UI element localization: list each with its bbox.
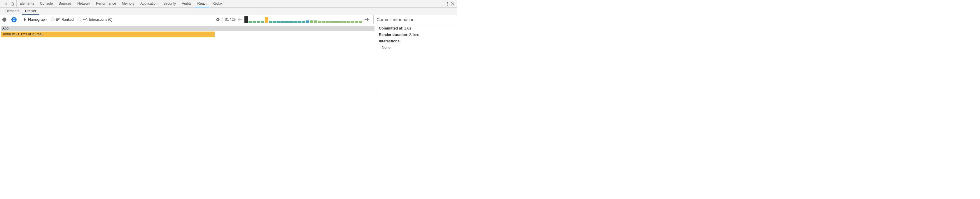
interactions-none: None bbox=[379, 46, 454, 50]
commit-bar[interactable] bbox=[351, 21, 354, 23]
svg-point-4 bbox=[447, 5, 448, 6]
commit-index-label: 01 / 29 bbox=[225, 18, 235, 22]
prev-commit-button[interactable] bbox=[237, 18, 243, 21]
commit-bar[interactable] bbox=[285, 21, 289, 23]
flame-bar-todolist[interactable]: TodoList (1.1ms of 2.1ms) bbox=[1, 32, 215, 37]
react-subtab-elements[interactable]: Elements bbox=[2, 8, 22, 15]
flamegraph-label: Flamegraph bbox=[28, 18, 47, 22]
commit-bar[interactable] bbox=[269, 21, 272, 23]
committed-at-row: Committed at: 1.6s bbox=[379, 26, 454, 30]
commit-bar[interactable] bbox=[265, 17, 268, 23]
settings-icon[interactable] bbox=[216, 17, 220, 22]
record-button[interactable] bbox=[2, 18, 6, 22]
commit-bar[interactable] bbox=[338, 21, 342, 23]
commit-bar[interactable] bbox=[305, 21, 309, 23]
svg-point-2 bbox=[447, 2, 448, 3]
svg-rect-5 bbox=[56, 18, 60, 19]
render-duration-value: 2.1ms bbox=[409, 33, 419, 37]
interactions-row: Interactions: bbox=[379, 39, 454, 43]
devtools-left-tools bbox=[1, 0, 17, 7]
interactions-icon bbox=[83, 18, 88, 21]
flame-icon bbox=[23, 18, 27, 22]
devtools-tab-network[interactable]: Network bbox=[75, 0, 93, 7]
ranked-label: Ranked bbox=[62, 18, 73, 22]
commit-bar[interactable] bbox=[302, 21, 305, 23]
devtools-tab-memory[interactable]: Memory bbox=[119, 0, 137, 7]
commit-bar[interactable] bbox=[347, 21, 350, 23]
commit-bar[interactable] bbox=[253, 21, 256, 23]
devtools-tab-application[interactable]: Application bbox=[137, 0, 161, 7]
radio-icon bbox=[51, 18, 54, 21]
commit-bar[interactable] bbox=[298, 21, 301, 23]
devtools-tab-elements[interactable]: Elements bbox=[17, 0, 37, 7]
devtools-tabs: ElementsConsoleSourcesNetworkPerformance… bbox=[17, 0, 226, 7]
reload-button[interactable] bbox=[11, 17, 17, 22]
committed-at-label: Committed at bbox=[379, 26, 402, 30]
commit-info-title: Commit information bbox=[373, 15, 455, 24]
svg-rect-7 bbox=[56, 20, 58, 21]
devtools-tab-strip: ElementsConsoleSourcesNetworkPerformance… bbox=[0, 0, 457, 8]
commit-navigator: 01 / 29 bbox=[216, 16, 369, 23]
commit-bar[interactable] bbox=[248, 21, 252, 23]
commit-bar[interactable] bbox=[334, 21, 338, 23]
devtools-tab-redux[interactable]: Redux bbox=[209, 0, 226, 7]
commit-bar[interactable] bbox=[281, 21, 285, 23]
render-duration-label: Render duration bbox=[379, 33, 407, 37]
commit-bar[interactable] bbox=[261, 21, 264, 23]
render-duration-row: Render duration: 2.1ms bbox=[379, 33, 454, 37]
separator bbox=[444, 2, 444, 6]
commit-info-panel: Committed at: 1.6s Render duration: 2.1m… bbox=[375, 24, 457, 93]
react-subtab-profiler[interactable]: Profiler bbox=[22, 8, 39, 15]
interactions-label: Interactions bbox=[379, 39, 399, 43]
device-toolbar-icon[interactable] bbox=[10, 2, 14, 6]
commit-strip[interactable] bbox=[244, 16, 362, 23]
svg-rect-1 bbox=[12, 3, 14, 5]
interactions-label: Interactions (0) bbox=[89, 18, 112, 22]
flamegraph-area: App TodoList (1.1ms of 2.1ms) bbox=[0, 24, 375, 93]
profiler-toolbar: Flamegraph Ranked Interactions (0) 01 / … bbox=[0, 15, 457, 24]
kebab-menu-icon[interactable] bbox=[447, 2, 448, 6]
profiler-main: App TodoList (1.1ms of 2.1ms) Committed … bbox=[0, 24, 457, 93]
commit-bar[interactable] bbox=[244, 16, 248, 23]
commit-bar[interactable] bbox=[290, 21, 293, 23]
commit-bar[interactable] bbox=[314, 21, 317, 23]
devtools-tab-sources[interactable]: Sources bbox=[56, 0, 75, 7]
close-icon[interactable] bbox=[451, 2, 454, 6]
ranked-icon bbox=[56, 18, 60, 21]
commit-bar[interactable] bbox=[342, 21, 346, 23]
commit-bar[interactable] bbox=[273, 21, 277, 23]
radio-icon bbox=[78, 18, 81, 21]
commit-bar[interactable] bbox=[293, 21, 297, 23]
commit-bar[interactable] bbox=[355, 21, 358, 23]
devtools-tab-performance[interactable]: Performance bbox=[93, 0, 119, 7]
devtools-tab-security[interactable]: Security bbox=[161, 0, 179, 7]
commit-bar[interactable] bbox=[326, 21, 329, 23]
commit-bar[interactable] bbox=[318, 21, 321, 23]
commit-bar[interactable] bbox=[257, 21, 260, 23]
flame-bar-app[interactable]: App bbox=[1, 26, 374, 31]
next-commit-button[interactable] bbox=[364, 18, 369, 21]
devtools-tab-audits[interactable]: Audits bbox=[179, 0, 194, 7]
flamegraph-mode[interactable]: Flamegraph bbox=[22, 18, 48, 22]
ranked-mode[interactable]: Ranked bbox=[49, 18, 75, 22]
svg-point-3 bbox=[447, 3, 448, 4]
interactions-mode[interactable]: Interactions (0) bbox=[76, 18, 113, 22]
separator bbox=[9, 17, 9, 22]
commit-bar[interactable] bbox=[277, 21, 281, 23]
devtools-tab-react[interactable]: React bbox=[194, 0, 209, 7]
committed-at-value: 1.6s bbox=[404, 26, 411, 30]
svg-rect-6 bbox=[56, 19, 59, 20]
inspect-element-icon[interactable] bbox=[3, 2, 8, 6]
commit-bar[interactable] bbox=[310, 21, 313, 23]
devtools-right-tools bbox=[444, 0, 456, 7]
separator bbox=[222, 17, 223, 22]
separator bbox=[19, 17, 19, 22]
commit-bar[interactable] bbox=[330, 21, 334, 23]
devtools-tab-console[interactable]: Console bbox=[37, 0, 56, 7]
react-sub-tabs: ElementsProfiler bbox=[0, 8, 457, 15]
commit-bar[interactable] bbox=[322, 21, 326, 23]
commit-bar[interactable] bbox=[359, 21, 362, 23]
